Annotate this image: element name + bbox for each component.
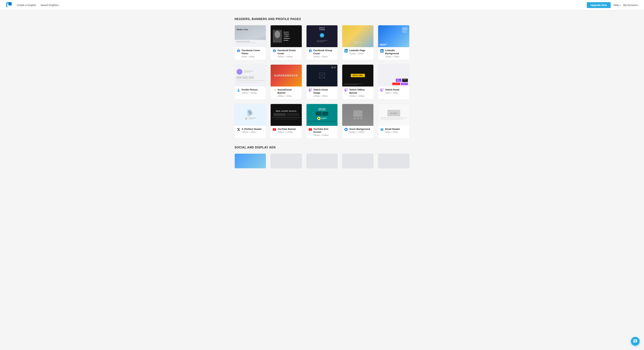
youtube-icon-2 — [309, 128, 312, 131]
card-size-yt-banner: 2560px × 1440px — [278, 131, 300, 133]
card-ad-5[interactable] — [378, 153, 410, 168]
thumb-twitch-offline: OFFLINE — [342, 65, 374, 86]
card-name-fb-event: Facebook Event Cover — [278, 49, 300, 55]
card-name-linkedin-page: LinkedIn Page — [349, 49, 371, 52]
card-ad-3[interactable] — [306, 153, 338, 168]
card-twitch-offline[interactable]: OFFLINE Twitch Offline Banner 1920px × 1… — [342, 64, 374, 99]
card-profile-pic[interactable]: Profile Picture 1000px × 1000px — [234, 64, 266, 99]
card-text-linkedin-page: LinkedIn Page 1128px × 191px — [349, 49, 371, 55]
card-twitch-panel[interactable]: TopDonors ABOUT ▶ DONATE Subscribe Twitc… — [378, 64, 410, 99]
zoom-icon — [344, 128, 348, 131]
facebook-icon-3 — [309, 49, 312, 52]
x-twitter-icon — [237, 128, 240, 131]
logo[interactable] — [6, 2, 12, 8]
card-info-twitch-panel: Twitch Panel 320px × 160px — [378, 86, 409, 96]
twitch-icon — [309, 88, 312, 92]
card-size-twitch-panel: 320px × 160px — [385, 92, 407, 94]
help-menu[interactable]: Help — [614, 4, 620, 6]
card-size-twitch-cover: 1200px × 480px — [314, 95, 336, 97]
card-ad-1[interactable] — [234, 153, 266, 168]
card-size-profile-pic: 1000px × 1000px — [242, 92, 264, 94]
card-name-yt-banner: YouTube Banner — [278, 128, 300, 131]
linkedin-icon — [344, 49, 348, 52]
card-text-twitter-header: X (Twitter) Header 1500px × 500px — [242, 128, 264, 133]
card-size-soundcloud: 2480px × 520px — [278, 95, 300, 97]
card-text-twitch-offline: Twitch Offline Banner 1920px × 1080px — [349, 88, 371, 97]
card-info-fb-group: Facebook Group Cover 1640px × 856px — [306, 47, 338, 60]
thumb-linkedin-bg — [378, 25, 409, 47]
card-fb-cover[interactable]: Modern Tech Facebook Cover Photo 820px ×… — [234, 25, 266, 60]
nav-create-graphic[interactable]: Create a Graphic — [17, 4, 36, 6]
card-name-profile-pic: Profile Picture — [242, 88, 264, 91]
nav-saved-graphics[interactable]: Saved Graphics — [41, 4, 59, 6]
card-name-soundcloud: SoundCloud Banner — [278, 88, 300, 94]
card-text-fb-cover: Facebook Cover Photo 820px × 360px — [242, 49, 264, 58]
card-info-yt-banner: YouTube Banner 2560px × 1440px — [270, 126, 302, 135]
card-info-fb-event: Facebook Event Cover 1920px × 1005px — [270, 47, 302, 60]
card-name-zoom-bg: Zoom Background — [349, 128, 371, 131]
card-size-linkedin-page: 1128px × 191px — [349, 52, 371, 55]
soundcloud-icon — [273, 88, 276, 92]
card-text-twitch-cover: Twitch Cover Image 1200px × 480px — [314, 88, 336, 97]
social-ads-grid — [234, 153, 410, 168]
section-headers-banners: HEADERS, BANNERS AND PROFILE PAGES Moder… — [234, 17, 410, 139]
card-fb-group[interactable]: Intro toCoding 2.0 GET YOUR VIRTUALCLASS… — [306, 25, 338, 60]
card-info-twitch-cover: Twitch Cover Image 1200px × 480px — [306, 86, 338, 99]
navbar: Create a Graphic Saved Graphics Upgrade … — [0, 0, 644, 10]
card-size-fb-cover: 820px × 360px — [242, 55, 264, 58]
card-text-soundcloud: SoundCloud Banner 2480px × 520px — [278, 88, 300, 97]
twitch-icon-3 — [380, 88, 384, 92]
card-size-yt-end: 1920px × 1080px — [314, 134, 336, 136]
card-fb-event[interactable]: BLACKFRIDAY/CYBERMONDAYEVENT Facebook Ev… — [270, 25, 302, 60]
thumb-ad-2 — [270, 154, 302, 168]
card-size-fb-group: 1640px × 856px — [314, 55, 336, 58]
card-linkedin-page[interactable]: Make TodayCount LinkedIn Page 1128px × 1… — [342, 25, 374, 60]
section-title-headers: HEADERS, BANNERS AND PROFILE PAGES — [234, 17, 410, 21]
linkedin-icon-2 — [380, 49, 384, 52]
thumb-soundcloud: SUPERGROOVE — [270, 65, 302, 86]
card-name-twitch-offline: Twitch Offline Banner — [349, 88, 371, 94]
card-ad-2[interactable] — [270, 153, 302, 168]
card-name-yt-end: YouTube End Screen — [314, 128, 336, 134]
card-name-linkedin-bg: LinkedIn Background — [385, 49, 407, 55]
thumb-ad-5 — [378, 154, 409, 168]
thumb-twitter-header: Hailey'sTravelDiary — [235, 104, 266, 126]
card-text-fb-event: Facebook Event Cover 1920px × 1005px — [278, 49, 300, 58]
card-email-header[interactable]: give thanks Email Header 600px × 200px — [378, 104, 410, 139]
card-zoom-bg[interactable]: Zoom Background 1920px × 1080px — [342, 104, 374, 139]
upgrade-now-button[interactable]: Upgrade Now — [587, 2, 610, 8]
card-text-zoom-bg: Zoom Background 1920px × 1080px — [349, 128, 371, 133]
card-info-email-header: Email Header 600px × 200px — [378, 126, 409, 135]
card-text-profile-pic: Profile Picture 1000px × 1000px — [242, 88, 264, 94]
card-yt-end[interactable]: Watch MoreCool Videos! — [306, 104, 338, 139]
card-ad-4[interactable] — [342, 153, 374, 168]
card-info-soundcloud: SoundCloud Banner 2480px × 520px — [270, 86, 302, 99]
card-text-twitch-panel: Twitch Panel 320px × 160px — [385, 88, 407, 94]
card-info-yt-end: YouTube End Screen 1920px × 1080px — [306, 126, 338, 139]
card-info-twitter-header: X (Twitter) Header 1500px × 500px — [235, 126, 266, 135]
card-text-yt-end: YouTube End Screen 1920px × 1080px — [314, 128, 336, 136]
account-menu[interactable]: My Account — [624, 4, 638, 6]
thumb-fb-group: Intro toCoding 2.0 GET YOUR VIRTUALCLASS… — [306, 25, 338, 47]
card-twitter-header[interactable]: Hailey'sTravelDiary X (Twitter) H — [234, 104, 266, 139]
facebook-icon-2 — [273, 49, 276, 52]
card-text-email-header: Email Header 600px × 200px — [385, 128, 407, 133]
card-size-twitter-header: 1500px × 500px — [242, 131, 264, 133]
card-name-fb-cover: Facebook Cover Photo — [242, 49, 264, 55]
thumb-yt-banner: NEW LUXURY BASICS — [270, 104, 302, 126]
card-info-zoom-bg: Zoom Background 1920px × 1080px — [342, 126, 374, 135]
card-size-email-header: 600px × 200px — [385, 131, 407, 133]
card-size-fb-event: 1920px × 1005px — [278, 55, 300, 58]
card-linkedin-bg[interactable]: LinkedIn Background 1584px × 396px — [378, 25, 410, 60]
profile-icon — [237, 88, 240, 92]
card-info-linkedin-bg: LinkedIn Background 1584px × 396px — [378, 47, 409, 60]
card-name-twitch-panel: Twitch Panel — [385, 88, 407, 91]
thumb-zoom-bg — [342, 104, 374, 126]
thumb-ad-3 — [306, 154, 338, 168]
card-yt-banner[interactable]: NEW LUXURY BASICS YouTube Banner 2560px … — [270, 104, 302, 139]
card-name-twitter-header: X (Twitter) Header — [242, 128, 264, 131]
thumb-yt-end: Watch MoreCool Videos! — [306, 104, 338, 126]
navbar-right: Upgrade Now Help My Account — [587, 2, 638, 8]
card-twitch-cover[interactable]: Twitch Cover Image 1200px × 480px — [306, 64, 338, 99]
card-soundcloud[interactable]: SUPERGROOVE SoundCloud Banner 2480px × 5… — [270, 64, 302, 99]
